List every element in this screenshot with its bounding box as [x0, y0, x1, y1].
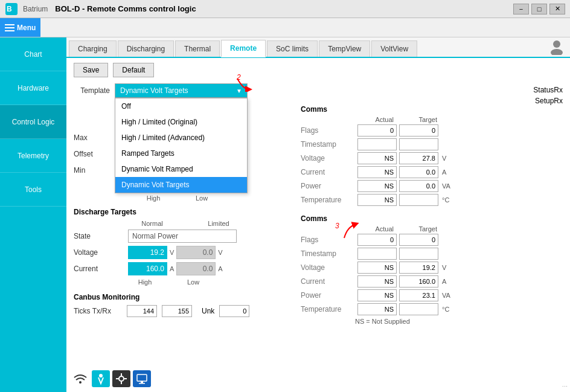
discharge-current-limited[interactable] [176, 262, 216, 275]
comms-target-0[interactable] [399, 124, 438, 137]
title-bar: B Batrium BOL-D - Remote Comms control l… [0, 0, 570, 18]
canbus-unk-input[interactable] [219, 305, 249, 317]
option-off[interactable]: Off [115, 98, 247, 114]
template-row: Template Dynamic Volt Targets ▼ Off High… [74, 83, 563, 98]
discharge-low-label: Low [171, 278, 215, 286]
comms-target-5[interactable] [399, 303, 438, 315]
default-button[interactable]: Default [113, 63, 154, 77]
comms-actual-1[interactable] [357, 138, 397, 150]
comms-actual-3[interactable] [357, 275, 397, 288]
comms-row-label-2: Voltage [301, 263, 355, 272]
comms-discharge-headers: Actual Target [355, 225, 563, 233]
comms-actual-4[interactable] [357, 289, 397, 301]
comms-unit-5: °C [442, 306, 449, 313]
menu-label: Menu [17, 24, 36, 32]
option-dynamic-volt-targets[interactable]: Dynamic Volt Targets [115, 177, 247, 193]
comms-row-3: CurrentA [301, 166, 563, 178]
comms-target-4[interactable] [399, 289, 438, 301]
comms-unit-3: A [442, 278, 446, 285]
tab-charging[interactable]: Charging [69, 40, 117, 57]
discharge-current-normal[interactable] [128, 262, 167, 275]
sidebar-item-control-logic[interactable]: Control Logic [0, 105, 66, 139]
tab-tempview[interactable]: TempView [319, 40, 370, 57]
tab-soc-limits[interactable]: SoC limits [267, 40, 318, 57]
comms-row-4: PowerVA [301, 180, 563, 192]
ns-note: NS = Not Supplied [355, 318, 563, 325]
chevron-down-icon: ▼ [236, 88, 242, 94]
comms-actual-0[interactable] [357, 234, 397, 246]
discharge-voltage-limited[interactable] [176, 246, 216, 259]
discharge-current-normal-unit: A [170, 265, 174, 272]
sidebar-item-tools[interactable]: Tools [0, 173, 66, 207]
sidebar-item-chart[interactable]: Chart [0, 37, 66, 71]
menu-bar: Menu [0, 18, 570, 37]
discharge-voltage-label: Voltage [74, 248, 128, 257]
comms-target-2[interactable] [399, 152, 438, 164]
discharge-current-row: Current A A [74, 262, 291, 275]
comms-unit-2: V [442, 155, 446, 162]
comms-row-label-4: Power [301, 291, 355, 300]
maximize-button[interactable]: □ [531, 4, 547, 14]
right-column: Comms Actual Target FlagsTimestampVoltag… [301, 105, 563, 333]
user-icon[interactable] [548, 38, 565, 57]
window-title: BOL-D - Remote Comms control logic [55, 4, 508, 13]
comms-target-3[interactable] [399, 275, 438, 288]
comms-target-0[interactable] [399, 234, 438, 246]
discharge-state-row: State [74, 230, 291, 243]
settings-button[interactable] [112, 370, 130, 387]
sidebar-item-hardware[interactable]: Hardware [0, 71, 66, 105]
svg-rect-11 [137, 374, 147, 381]
comms-target-5[interactable] [399, 194, 438, 206]
canbus-rx-input[interactable] [162, 305, 192, 317]
menu-button[interactable]: Menu [0, 18, 40, 37]
option-dynamic-volt-ramped[interactable]: Dynamic Volt Ramped [115, 161, 247, 177]
comms-target-4[interactable] [399, 180, 438, 192]
brand-label: Batrium [23, 5, 48, 13]
option-high-limited-advanced[interactable]: High / Limited (Advanced) [115, 130, 247, 146]
comms-actual-3[interactable] [357, 166, 397, 178]
discharge-normal-header: Normal [122, 220, 182, 227]
setup-rx-label: SetupRx [535, 97, 563, 105]
tab-remote[interactable]: Remote [221, 40, 266, 57]
comms-target-2[interactable] [399, 262, 438, 274]
minimize-button[interactable]: − [513, 4, 529, 14]
template-section: Template Dynamic Volt Targets ▼ Off High… [74, 83, 563, 98]
comms-target-1[interactable] [399, 248, 438, 260]
comms-target-3[interactable] [399, 166, 438, 178]
comms-actual-5[interactable] [357, 303, 397, 315]
wifi-button[interactable] [71, 370, 89, 387]
comms-charge-rows: FlagsTimestampVoltageVCurrentAPowerVATem… [301, 124, 563, 206]
tab-discharging[interactable]: Discharging [118, 40, 174, 57]
comms-actual-2[interactable] [357, 262, 397, 274]
discharge-voltage-limited-unit: V [218, 249, 222, 256]
discharge-state-input[interactable] [128, 230, 237, 243]
tab-thermal[interactable]: Thermal [175, 40, 220, 57]
template-dropdown[interactable]: Dynamic Volt Targets ▼ Off High / Limite… [115, 83, 248, 98]
monitor-button[interactable] [133, 370, 151, 387]
app-icon: B [5, 2, 18, 16]
template-dropdown-menu: Off High / Limited (Original) High / Lim… [115, 98, 248, 193]
template-dropdown-button[interactable]: Dynamic Volt Targets ▼ [115, 83, 248, 98]
comms-actual-2[interactable] [357, 152, 397, 164]
charge-low-label: Low [180, 194, 223, 202]
comms-row-label-5: Temperature [301, 305, 355, 313]
comms-actual-1[interactable] [357, 248, 397, 260]
comms-actual-4[interactable] [357, 180, 397, 192]
sidebar-item-telemetry[interactable]: Telemetry [0, 139, 66, 173]
save-button[interactable]: Save [74, 63, 108, 77]
comms-actual-0[interactable] [357, 124, 397, 137]
option-high-limited-original[interactable]: High / Limited (Original) [115, 114, 247, 130]
comms-target-1[interactable] [399, 138, 438, 150]
comms-actual-5[interactable] [357, 194, 397, 206]
close-button[interactable]: ✕ [549, 4, 565, 14]
discharge-voltage-normal[interactable] [128, 246, 167, 259]
svg-rect-9 [116, 378, 118, 379]
tab-voltview[interactable]: VoltView [371, 40, 417, 57]
discharge-title: Discharge Targets [74, 208, 291, 216]
option-ramped-targets[interactable]: Ramped Targets [115, 146, 247, 161]
comms-row-0: Flags [301, 124, 563, 137]
tab-bar: Charging Discharging Thermal Remote SoC … [66, 37, 570, 58]
canbus-tx-input[interactable] [127, 305, 157, 317]
run-button[interactable] [92, 370, 110, 387]
comms-discharge-target-header: Target [399, 225, 440, 233]
